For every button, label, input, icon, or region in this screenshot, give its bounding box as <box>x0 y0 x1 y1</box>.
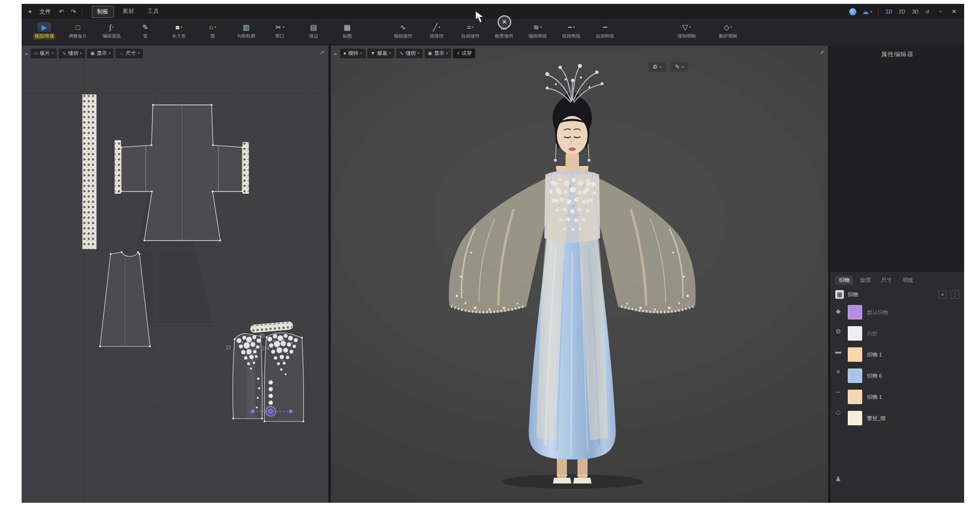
avatar-head[interactable] <box>553 92 592 162</box>
panel-menu-chip[interactable]: ● 模特 ▾ <box>340 49 365 58</box>
chevron-down-icon[interactable]: ▾ <box>573 25 575 29</box>
fabric-list-item[interactable]: 白纱 <box>846 323 964 344</box>
lace-strip-pattern[interactable] <box>83 95 96 249</box>
fabric-grid-icon[interactable]: ▦ <box>835 290 844 299</box>
collapse-icon[interactable]: ▸ <box>25 51 28 56</box>
toolbar-tool[interactable]: ┉ 自由明线 <box>588 22 622 39</box>
chevron-down-icon[interactable]: ▾ <box>282 25 284 29</box>
layout-view-button[interactable]: ↺ <box>924 8 931 15</box>
pattern-canvas[interactable] <box>22 46 328 503</box>
viewport-settings-button[interactable]: ✎ ▾ <box>671 62 688 72</box>
add-fabric-button[interactable]: + <box>938 290 947 299</box>
panel-menu-chip[interactable]: ∿ 缝纫 ▾ <box>59 49 85 58</box>
chevron-down-icon[interactable]: ▾ <box>109 51 111 55</box>
close-button[interactable]: ✕ <box>950 8 958 15</box>
viewport-settings-button[interactable]: ⚙ ▾ <box>648 62 666 72</box>
toolbar-tool[interactable]: ▤ 缝边 <box>297 22 330 39</box>
toolbar-tool[interactable]: ■ ▾ 长方形 <box>162 22 196 39</box>
chevron-down-icon[interactable]: ▾ <box>112 25 114 29</box>
object-category-icon[interactable]: ◇ <box>836 408 841 416</box>
object-category-icon[interactable]: ▬ <box>835 348 842 355</box>
panel-menu-chip[interactable]: ◉ 显示 ▾ <box>87 49 113 58</box>
chevron-down-icon[interactable]: ▾ <box>181 25 183 29</box>
ribbon-tab[interactable]: 工具 <box>143 6 164 18</box>
toolbar-tool[interactable]: ✂ ▾ 剪口 <box>263 22 297 39</box>
layout-view-button[interactable]: 1D <box>884 8 893 15</box>
panel-menu-chip[interactable]: ⚡ 试穿 <box>453 49 475 58</box>
chevron-down-icon[interactable]: ▾ <box>360 51 362 55</box>
layout-view-button[interactable]: 2D <box>897 8 906 15</box>
tool-label: 缝制褶裥 <box>678 33 696 39</box>
chevron-down-icon[interactable]: ▾ <box>730 25 732 29</box>
toolbar-tool[interactable]: ○ ▾ 圆 <box>196 22 229 39</box>
collar-pattern[interactable] <box>250 321 293 333</box>
layout-view-button[interactable]: 3D <box>911 8 920 15</box>
undo-button[interactable]: ↶ <box>58 8 65 15</box>
object-category-icon[interactable]: ⚙ <box>835 328 841 335</box>
chip-label: 模特 <box>348 50 358 57</box>
chevron-down-icon[interactable]: ▾ <box>472 25 474 29</box>
minimize-button[interactable]: − <box>937 8 944 15</box>
fabric-list-item[interactable]: 蕾丝_细 <box>846 407 964 429</box>
fabric-list-item[interactable]: 织物 6 <box>846 365 964 386</box>
redo-button[interactable]: ↷ <box>70 8 77 15</box>
objects-tab[interactable]: 尺寸 <box>878 276 896 285</box>
toolbar-tool[interactable]: ▦ 贴图 <box>330 22 364 39</box>
robe-cross-pattern[interactable] <box>121 104 243 242</box>
panel-menu-chip[interactable]: ↔ 尺寸 ▾ <box>115 49 143 58</box>
more-options-button[interactable]: ⋮ <box>951 290 959 299</box>
panel-menu-chip[interactable]: ∿ 缝纫 ▾ <box>396 49 423 58</box>
chevron-down-icon[interactable]: ▾ <box>446 51 448 55</box>
pattern-2d-panel[interactable]: 70 13 2-4 ▸ ▱ 板片 ▾ ∿ 缝纫 <box>22 46 328 503</box>
chevron-down-icon[interactable]: ▾ <box>80 51 82 55</box>
object-list-header: ▦ 织物 + ⋮ <box>830 288 964 301</box>
chevron-down-icon[interactable]: ▾ <box>689 25 691 29</box>
toolbar-tool[interactable]: ╱ ▾ 线缝纫 <box>420 22 453 39</box>
fabric-list-item[interactable]: 织物 1 <box>846 344 964 365</box>
objects-tab[interactable]: 纹理 <box>856 276 875 285</box>
file-menu[interactable]: 文件 <box>38 7 53 17</box>
object-category-icon[interactable]: ◆ <box>836 307 841 315</box>
toolbar-tool[interactable]: ∿ 编辑缝纫 <box>386 22 420 39</box>
avatar-category-icon[interactable]: ♟ <box>835 475 842 483</box>
chip-icon: ◉ <box>90 51 95 56</box>
object-category-icon[interactable]: ─ <box>836 388 840 395</box>
panel-menu-chip[interactable]: ▱ 板片 ▾ <box>31 49 57 58</box>
toolbar-tool[interactable]: ≋ ▾ 编辑明线 <box>521 22 554 39</box>
chevron-down-icon[interactable]: ▾ <box>439 25 440 29</box>
object-category-icon[interactable]: ≡ <box>836 368 840 375</box>
panel-menu-chip[interactable]: ▼ 服装 ▾ <box>367 49 394 58</box>
toolbar-tool[interactable]: ◇ ▾ 翻折褶裥 <box>707 22 749 39</box>
chevron-down-icon[interactable]: ▾ <box>540 25 542 29</box>
chevron-down-icon[interactable]: ▾ <box>389 51 391 55</box>
expand-3d-button[interactable]: ↗ <box>819 49 824 56</box>
toolbar-tool[interactable]: □ 调整板片 <box>61 22 95 39</box>
chevron-down-icon[interactable]: ▾ <box>52 51 54 55</box>
tool-label: 编辑弧线 <box>102 33 121 39</box>
objects-tab[interactable]: 织物 <box>835 276 854 285</box>
fabric-list-item[interactable]: 织物 1 <box>846 386 964 407</box>
panel-menu-chip[interactable]: ◉ 显示 ▾ <box>425 49 451 58</box>
toolbar-tool[interactable]: ┅ ▾ 线段明线 <box>554 22 588 39</box>
chevron-down-icon[interactable]: ▾ <box>214 25 216 29</box>
expand-2d-button[interactable]: ↗ <box>320 49 325 56</box>
3d-viewport[interactable] <box>331 46 828 503</box>
cloud-sync-button[interactable]: ☁ ▾ <box>862 8 872 15</box>
toolbar-tool[interactable]: ✎ 笔 <box>128 22 162 39</box>
vest-front-left-pattern[interactable] <box>233 333 263 419</box>
collapse-icon[interactable]: ▸ <box>335 51 337 56</box>
toolbar-tool[interactable]: ▶ 模拟/常规 <box>27 22 61 39</box>
fabric-list-item[interactable]: 默认织物 <box>846 302 964 323</box>
chip-icon: ⚡ <box>456 51 460 56</box>
objects-tab[interactable]: 明线 <box>899 276 917 285</box>
ribbon-tab[interactable]: 制板 <box>92 6 114 18</box>
toolbar-tool[interactable]: ∫ ▾ 编辑弧线 <box>95 22 128 39</box>
floating-close-button[interactable]: ✕ <box>498 15 511 29</box>
user-avatar[interactable] <box>849 8 856 15</box>
toolbar-tool[interactable]: ▽ ▾ 缝制褶裥 <box>666 22 707 39</box>
ribbon-tab[interactable]: 素材 <box>118 6 139 18</box>
viewport-3d-panel[interactable]: ▸ ● 模特 ▾ ▼ 服装 ▾ <box>331 46 828 503</box>
toolbar-tool[interactable]: ▥ 勾勒轮廓 <box>229 22 263 39</box>
chevron-down-icon[interactable]: ▾ <box>417 51 419 55</box>
chevron-down-icon[interactable]: ▾ <box>138 51 139 55</box>
